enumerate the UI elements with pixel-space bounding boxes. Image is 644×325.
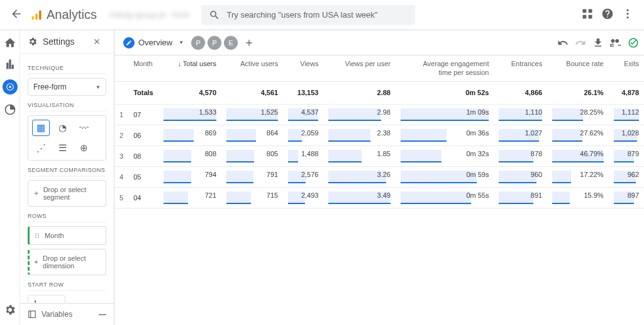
rows-dimension-chip[interactable]: Month	[28, 226, 106, 245]
svg-point-9	[626, 16, 628, 18]
svg-rect-4	[589, 9, 592, 13]
column-header[interactable]: ↓ Total users	[158, 55, 221, 81]
variables-bar[interactable]: Variables —	[20, 303, 114, 325]
svg-point-17	[38, 235, 39, 236]
start-row-input[interactable]: 1	[28, 295, 65, 303]
svg-rect-1	[35, 13, 37, 20]
column-header[interactable]: Entrances	[494, 55, 547, 81]
data-table: Month↓ Total usersActive usersViewsViews…	[114, 55, 644, 208]
column-header[interactable]: Active users	[221, 55, 283, 81]
vis-bar-icon[interactable]: ☰	[53, 140, 71, 156]
segment-label: SEGMENT COMPARISONS	[28, 167, 106, 176]
close-icon[interactable]	[92, 37, 101, 46]
svg-point-14	[35, 235, 36, 236]
back-icon[interactable]	[10, 8, 23, 22]
report-tab[interactable]: Overview ▼	[119, 35, 187, 51]
svg-rect-5	[583, 15, 587, 19]
data-table-wrap: Month↓ Total usersActive usersViewsViews…	[114, 55, 644, 325]
visualisation-grid: ▦ ◔ 〰 ⋰ ☰ ⊕	[28, 115, 106, 161]
vis-geo-icon[interactable]: ⊕	[75, 140, 92, 156]
table-row[interactable]: 2068698642,0592.380m 36s1,02727.62%1,028	[114, 125, 644, 145]
start-row-label: START ROW	[28, 282, 106, 291]
column-header[interactable]: Bounce rate	[547, 55, 608, 81]
rows-dimension-drop[interactable]: Drop or select dimension	[28, 249, 106, 275]
add-tab-button[interactable]	[242, 35, 257, 50]
svg-rect-2	[39, 10, 41, 20]
property-selector[interactable]: Infinity-group.pl - GA4	[109, 10, 189, 20]
settings-title: Settings	[43, 37, 75, 47]
segment-drop[interactable]: Drop or select segment	[28, 180, 106, 207]
app-header: Analytics Infinity-group.pl - GA4 Try se…	[0, 0, 644, 30]
vis-scatter-icon[interactable]: ⋰	[32, 140, 50, 156]
sample-status-icon[interactable]	[628, 37, 639, 48]
nav-admin-icon[interactable]	[4, 304, 16, 316]
column-header[interactable]: Views per user	[323, 55, 396, 81]
vis-table-icon[interactable]: ▦	[32, 120, 50, 136]
plus-icon	[33, 190, 40, 197]
drag-icon	[33, 232, 41, 239]
svg-point-8	[626, 13, 628, 14]
variscript-icon	[28, 310, 36, 319]
ga-logo-icon	[30, 9, 43, 21]
undo-icon[interactable]	[557, 37, 569, 48]
svg-rect-20	[30, 311, 31, 318]
technique-label: TECHNIQUE	[28, 65, 106, 74]
chevron-down-icon: ▼	[179, 40, 184, 45]
table-body: Totals4,5704,56113,1532.880m 52s4,86626.…	[114, 81, 644, 208]
segment-badge[interactable]: P	[208, 36, 221, 50]
visualisation-label: VISUALISATION	[28, 102, 106, 111]
table-row[interactable]: 3088088051,4881.850m 32s87846.79%879	[114, 145, 644, 166]
plus-icon	[33, 258, 39, 266]
pencil-icon	[123, 37, 135, 48]
logo-area: Analytics	[30, 8, 97, 22]
svg-point-7	[626, 9, 628, 11]
more-icon[interactable]	[621, 8, 634, 22]
technique-select[interactable]: Free-form ▼	[28, 78, 106, 96]
chevron-down-icon: ▼	[96, 84, 101, 90]
svg-rect-19	[29, 311, 36, 318]
table-row[interactable]: 1071,5331,5254,5372.981m 09s1,11028.25%1…	[114, 104, 644, 125]
nav-rail	[0, 30, 20, 325]
technique-value: Free-form	[33, 83, 67, 91]
svg-rect-6	[589, 15, 592, 19]
nav-home-icon[interactable]	[4, 37, 16, 49]
settings-panel-header: Settings	[20, 30, 114, 54]
svg-point-11	[9, 86, 11, 88]
rows-label: ROWS	[28, 213, 106, 222]
svg-rect-0	[32, 16, 34, 20]
nav-reports-icon[interactable]	[4, 58, 16, 71]
diamond-icon[interactable]	[581, 8, 594, 22]
gear-icon	[28, 37, 38, 47]
column-header[interactable]: Views	[283, 55, 323, 81]
column-header[interactable]: Exits	[609, 55, 644, 81]
share-remove-icon[interactable]	[610, 37, 621, 48]
search-icon	[209, 9, 220, 21]
search-placeholder: Try searching "users from USA last week"	[226, 10, 377, 20]
segment-badges: PPE	[191, 36, 238, 50]
table-row[interactable]: 4057947912,5763.260m 59s96017.22%962	[114, 166, 644, 187]
segment-badge[interactable]: P	[191, 36, 205, 50]
search-box[interactable]: Try searching "users from USA last week"	[201, 5, 415, 25]
column-header[interactable]: Month	[128, 55, 158, 81]
vis-line-icon[interactable]: 〰	[75, 120, 92, 136]
vis-donut-icon[interactable]: ◔	[53, 120, 71, 136]
table-row[interactable]: 5047217152,4933.490m 55s89115.9%897	[114, 187, 644, 208]
minimize-icon[interactable]: —	[99, 310, 106, 319]
settings-panel: Settings TECHNIQUE Free-form ▼ VISUALISA…	[20, 30, 114, 325]
tab-bar: Overview ▼ PPE	[114, 30, 644, 55]
tab-label: Overview	[138, 38, 172, 47]
product-name: Analytics	[47, 8, 97, 22]
nav-explore-icon[interactable]	[3, 79, 18, 94]
help-icon[interactable]	[601, 8, 614, 22]
redo-icon[interactable]	[575, 37, 586, 48]
svg-point-15	[35, 237, 36, 238]
table-header-row: Month↓ Total usersActive usersViewsViews…	[114, 55, 644, 81]
download-icon[interactable]	[592, 37, 604, 48]
totals-row: Totals4,5704,56113,1532.880m 52s4,86626.…	[114, 81, 644, 104]
nav-advertising-icon[interactable]	[4, 103, 16, 116]
svg-point-13	[35, 233, 36, 234]
segment-badge[interactable]: E	[224, 36, 238, 50]
svg-point-16	[38, 233, 39, 234]
column-header[interactable]: Average engagementtime per session	[396, 55, 494, 81]
svg-point-18	[38, 237, 39, 238]
